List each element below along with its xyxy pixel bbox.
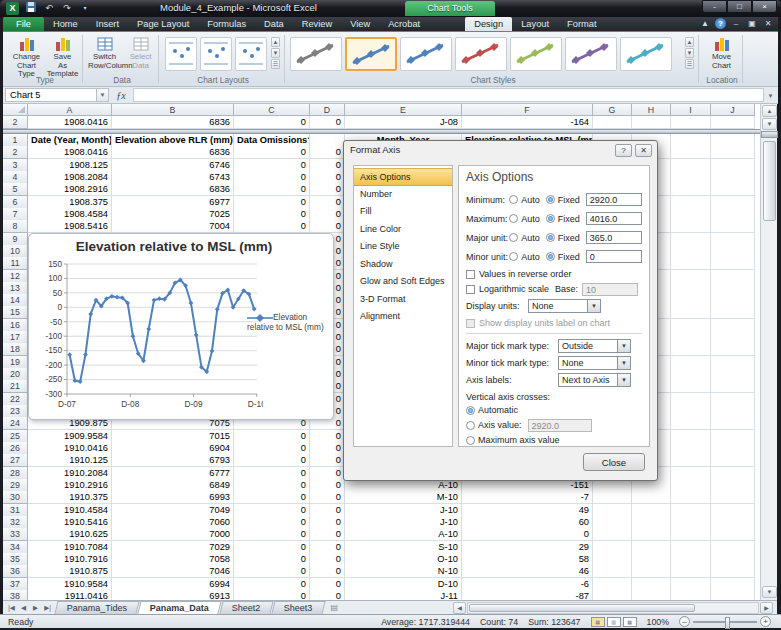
cell-I37[interactable] [671,578,711,591]
cell-B27[interactable]: 6793 [112,454,234,467]
cell-D8[interactable]: 0 [310,220,345,233]
cell-D29[interactable]: 0 [310,479,345,492]
dropdown-arrow-icon[interactable]: ▼ [618,339,631,353]
cell-J3[interactable] [711,159,755,172]
sheet-tab-panama_tides[interactable]: Panama_Tides [54,601,139,614]
row-header-2[interactable]: 2 [3,116,28,129]
chart-styles-scroll[interactable]: ▲▼☰ [685,37,694,69]
cell-D34[interactable]: 0 [310,541,345,554]
cell-H37[interactable] [632,578,671,591]
cell-D2[interactable]: 0 [310,116,345,129]
cell-I33[interactable] [671,528,711,541]
minimize-button[interactable]: - [702,0,727,13]
cell-G32[interactable] [593,516,632,529]
cell-D27[interactable]: 0 [310,454,345,467]
chart-layouts-scroll[interactable]: ▲▼☰ [271,37,280,69]
auto-radio[interactable] [509,214,518,223]
cell-E2[interactable]: J-08 [345,116,462,129]
cell-J8[interactable] [711,220,755,233]
normal-view-icon[interactable]: ▦ [591,617,605,627]
cell-D33[interactable]: 0 [310,528,345,541]
zoom-out-icon[interactable]: – [679,616,690,627]
scale-field-input[interactable]: 0 [586,250,642,263]
scale-field-input[interactable]: 365.0 [586,231,642,244]
row-header-28[interactable]: 28 [3,467,28,480]
scroll-down-icon[interactable]: ▼ [762,586,777,598]
name-box-dropdown-icon[interactable]: ▼ [97,88,109,102]
cell-J27[interactable] [711,454,755,467]
chart-style-thumbnail-4[interactable] [455,37,507,71]
cell-A6[interactable]: 1908.375 [28,196,112,209]
cell-C29[interactable]: 0 [234,479,310,492]
column-header-D[interactable]: D [310,104,345,116]
cell-H36[interactable] [632,565,671,578]
cell-J30[interactable] [711,491,755,504]
cell-J16[interactable] [711,319,755,332]
row-header-2[interactable]: 2 [3,146,28,159]
maximize-button[interactable]: □ [727,0,752,13]
row-header-30[interactable]: 30 [3,491,28,504]
sheet-tab-sheet3[interactable]: Sheet3 [271,601,325,614]
row-header-35[interactable]: 35 [3,553,28,566]
cell-J17[interactable] [711,331,755,344]
select-data-button[interactable]: SelectData [124,35,157,75]
scrollbar-split-handle[interactable] [761,131,778,138]
tab-file[interactable]: File [3,17,44,31]
cell-D26[interactable]: 0 [310,442,345,455]
cell-C5[interactable]: 0 [234,183,310,196]
cell-I23[interactable] [671,405,711,418]
cell-J25[interactable] [711,430,755,443]
row-header-26[interactable]: 26 [3,442,28,455]
cell-C4[interactable]: 0 [234,171,310,184]
chart-layout-thumbnail-1[interactable] [165,37,197,71]
dialog-close-button[interactable]: Close [583,453,645,471]
cell-I20[interactable] [671,368,711,381]
log-scale-checkbox[interactable] [466,285,475,294]
cell-J33[interactable] [711,528,755,541]
cell-J11[interactable] [711,257,755,270]
cell-J9[interactable] [711,233,755,246]
cell-A36[interactable]: 1910.875 [28,565,112,578]
cell-E30[interactable]: M-10 [345,491,462,504]
cell-I36[interactable] [671,565,711,578]
cell-J24[interactable] [711,417,755,430]
cell-B6[interactable]: 6977 [112,196,234,209]
cell-D1[interactable] [310,134,345,147]
cell-B35[interactable]: 7058 [112,553,234,566]
cell-A38[interactable]: 1911.0416 [28,590,112,600]
cell-C27[interactable]: 0 [234,454,310,467]
horizontal-scroll-thumb[interactable] [469,604,695,612]
cell-I25[interactable] [671,430,711,443]
cell-J35[interactable] [711,553,755,566]
scroll-right-icon[interactable]: ▶ [760,602,773,614]
scroll-left-icon[interactable]: ◀ [453,602,466,614]
cell-B34[interactable]: 7029 [112,541,234,554]
cell-C37[interactable]: 0 [234,578,310,591]
cell-C36[interactable]: 0 [234,565,310,578]
dialog-nav-fill[interactable]: Fill [354,203,452,221]
cell-B32[interactable]: 7060 [112,516,234,529]
cell-J5[interactable] [711,183,755,196]
cell-F37[interactable]: -6 [462,578,593,591]
cell-C2[interactable]: 0 [234,116,310,129]
values-reverse-checkbox[interactable] [466,270,475,279]
chart-style-thumbnail-7[interactable] [620,37,672,71]
tab-acrobat[interactable]: Acrobat [379,17,429,31]
formula-bar-expand-icon[interactable]: ▼ [765,90,776,102]
dialog-close-icon[interactable]: ✕ [635,144,652,157]
scroll-up-icon[interactable]: ▲ [762,105,777,117]
chart-style-thumbnail-3[interactable] [400,37,452,71]
cell-J23[interactable] [711,405,755,418]
cell-J29[interactable] [711,479,755,492]
row-header-15[interactable]: 15 [3,306,28,319]
cell-J37[interactable] [711,578,755,591]
row-header-20[interactable]: 20 [3,368,28,381]
cell-A2[interactable]: 1908.0416 [28,116,112,129]
cell-B25[interactable]: 7015 [112,430,234,443]
row-header-4[interactable]: 4 [3,171,28,184]
column-header-A[interactable]: A [28,104,112,116]
dialog-nav-line-color[interactable]: Line Color [354,221,452,239]
cell-G36[interactable] [593,565,632,578]
tick-dropdown[interactable]: Next to Axis▼ [558,373,631,387]
cell-F2[interactable]: -164 [462,116,593,129]
